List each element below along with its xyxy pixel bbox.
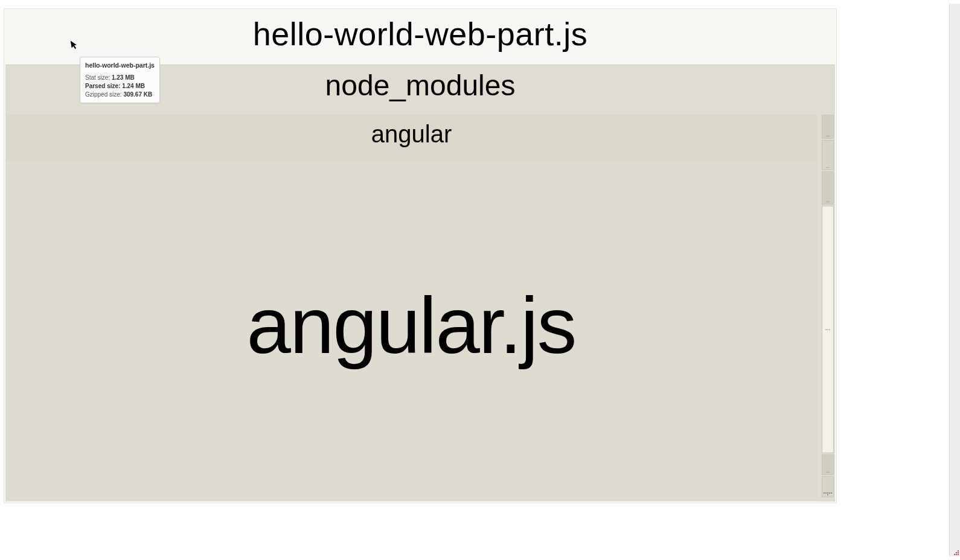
tooltip-gzip-label: Gzipped size:	[85, 91, 122, 98]
treemap-node-angular-js[interactable]: angular.js	[7, 161, 816, 499]
tooltip: hello-world-web-part.js Stat size: 1.23 …	[80, 57, 160, 103]
ellipsis-icon: ...	[822, 468, 833, 474]
treemap-node-label: angular	[6, 115, 817, 159]
treemap-node-angular[interactable]: angular angular.js	[6, 115, 817, 500]
treemap-node-small[interactable]: ...	[822, 206, 834, 453]
tooltip-stat-label: Stat size:	[85, 74, 110, 81]
tooltip-parsed-row: Parsed size: 1.24 MB	[85, 82, 155, 91]
ellipsis-icon: ...	[822, 164, 833, 169]
tooltip-stat-value: 1.23 MB	[112, 74, 135, 81]
treemap-canvas[interactable]: hello-world-web-part.js node_modules ang…	[4, 4, 849, 556]
ellipsis-icon: ...	[822, 198, 833, 203]
resize-grip-icon[interactable]	[952, 548, 959, 555]
treemap-node-small[interactable]: ...	[822, 171, 834, 205]
ellipsis-icon	[824, 492, 832, 495]
tooltip-parsed-label: Parsed size:	[85, 83, 120, 89]
treemap-node-label: angular.js	[7, 279, 816, 371]
treemap-node-label: hello-world-web-part.js	[4, 9, 836, 63]
tooltip-gzip-row: Gzipped size: 309.67 KB	[85, 91, 155, 99]
treemap-node-small[interactable]: ...	[822, 140, 834, 170]
treemap-node-small[interactable]: ...	[822, 454, 834, 475]
ellipsis-icon: ...	[822, 132, 833, 138]
tooltip-parsed-value: 1.24 MB	[122, 83, 145, 89]
treemap-node-node-modules[interactable]: node_modules angular angular.js ... ... …	[5, 65, 835, 501]
tooltip-gzip-value: 309.67 KB	[123, 91, 152, 98]
ellipsis-icon: ...	[822, 325, 833, 331]
vertical-scrollbar[interactable]	[949, 4, 960, 556]
treemap-node-small[interactable]	[822, 476, 834, 497]
treemap-node-small[interactable]: ...	[822, 115, 834, 139]
tooltip-title: hello-world-web-part.js	[85, 61, 155, 70]
tooltip-stat-row: Stat size: 1.23 MB	[85, 74, 155, 82]
